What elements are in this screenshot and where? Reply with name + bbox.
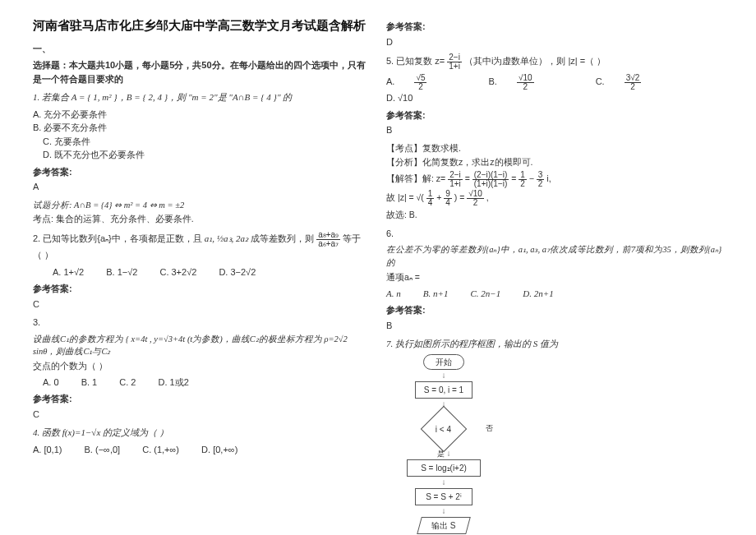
q1-stem: 1. 若集合 A = { 1, m² }，B = { 2, 4 }，则 "m =… (33, 90, 370, 104)
q4-options: A. [0,1) B. (−∞,0] C. (1,+∞) D. [0,+∞) (33, 443, 370, 457)
q5-jd: 【解答】解: z= 2−i1+i = (2−i)(1−i)(1+i)(1−i) … (386, 171, 723, 188)
arrow-icon: ↓ (386, 372, 501, 379)
q3-opt-a: A. 0 (43, 376, 59, 390)
q4-stem: 4. 函数 f(x)=1−√x 的定义域为（ ） (33, 426, 370, 440)
flow-no-label: 否 (486, 423, 493, 435)
arrow-icon: ↓ (386, 479, 501, 486)
q1-explain1: 试题分析: A∩B = {4} ⇔ m² = 4 ⇔ m = ±2 (33, 199, 370, 212)
q3-opt-b: B. 1 (81, 376, 98, 390)
q4-opt-d: D. [0,+∞) (201, 443, 237, 457)
q5-kp: 【考点】复数求模. (386, 142, 723, 155)
q2-opt-a: A. 1+√2 (53, 265, 84, 279)
q2-answer: C (33, 297, 370, 311)
q1-options: A. 充分不必要条件 B. 必要不充分条件 C. 充要条件 D. 既不充分也不必… (33, 108, 370, 162)
q7-flowchart: 开始 ↓ S = 0, i = 1 ↓ i < 4 否 是 ↓ S = log₂… (386, 354, 501, 536)
q2-opt-b: B. 1−√2 (106, 265, 137, 279)
q5-jd2: 故 |z| = √( 14 + 94 ) = √102 , (386, 190, 723, 207)
q1-opt-b: B. 必要不充分条件 (33, 121, 370, 135)
flow-update: S = log₂(i+2) (407, 459, 481, 477)
q1-answer-label: 参考答案: (33, 165, 370, 179)
left-column: 河南省驻马店市化庄乡邹大庙中学高三数学文月考试题含解析 一、 选择题：本大题共1… (25, 16, 378, 519)
q6-num: 6. (386, 227, 723, 241)
q2-opt-d: D. 3−2√2 (219, 265, 256, 279)
q5-opt-c: C. 3√22 (596, 74, 681, 91)
q4-opt-b: B. (−∞,0] (85, 443, 121, 457)
q1-opt-d: D. 既不充分也不必要条件 (43, 148, 370, 162)
q5-conclusion: 故选: B. (386, 209, 723, 222)
right-column: 参考答案: D 5. 已知复数 z= 2−i1+i （其中i为虚数单位），则 |… (378, 16, 731, 519)
q5-opt-d: D. √10 (386, 91, 413, 105)
flow-init: S = 0, i = 1 (415, 381, 472, 399)
q2-options: A. 1+√2 B. 1−√2 C. 3+2√2 D. 3−2√2 (53, 265, 370, 279)
flow-increment: S = S + 2ⁱ (415, 488, 472, 505)
q6-options: A. n B. n+1 C. 2n−1 D. 2n+1 (386, 287, 723, 301)
q6-opt-d: D. 2n+1 (523, 287, 553, 301)
q5-fraction: 2−i1+i (447, 53, 462, 71)
q5-options: A. √52 B. √102 C. 3√22 D. √10 (386, 74, 723, 105)
q5-stem: 5. 已知复数 z= 2−i1+i （其中i为虚数单位），则 |z| =（ ） (386, 53, 723, 71)
q5-opt-b: B. √102 (489, 74, 574, 91)
q6-answer-label: 参考答案: (386, 303, 723, 317)
q1-explain2: 考点: 集合的运算、充分条件、必要条件. (33, 213, 370, 226)
q3-stem: 设曲线C₁的参数方程为 { x=4t , y=√3+4t (t为参数)，曲线C₂… (33, 333, 370, 359)
q2-opt-c: C. 3+2√2 (159, 265, 196, 279)
q3-opt-c: C. 2 (119, 376, 136, 390)
q6-answer: B (386, 319, 723, 333)
q4-opt-a: A. [0,1) (33, 443, 62, 457)
q3-opt-d: D. 1或2 (159, 376, 189, 390)
q4-opt-c: C. (1,+∞) (142, 443, 179, 457)
q3-num: 3. (33, 316, 370, 330)
q2-answer-label: 参考答案: (33, 282, 370, 296)
q4-answer: D (386, 35, 723, 49)
q3-answer-label: 参考答案: (33, 392, 370, 406)
q1-answer: A (33, 180, 370, 194)
q3-stem2: 交点的个数为（ ） (33, 360, 370, 373)
q2-fraction: a₈+a₉a₆+a₇ (316, 231, 340, 248)
doc-title: 河南省驻马店市化庄乡邹大庙中学高三数学文月考试题含解析 (33, 16, 370, 35)
flow-output: 输出 S (417, 517, 471, 534)
q4-answer-label: 参考答案: (386, 20, 723, 34)
q7-stem: 7. 执行如图所示的程序框图，输出的 S 值为 (386, 337, 723, 351)
q1-opt-c: C. 充要条件 (43, 135, 370, 149)
q6-stem: 在公差不为零的等差数列{aₙ}中，a₁, a₃, a₇依次成等比数列，前7项和为… (386, 243, 723, 270)
q6-opt-b: B. n+1 (423, 287, 449, 301)
q5-answer: B (386, 123, 723, 137)
q5-fx: 【分析】化简复数z，求出z的模即可. (386, 156, 723, 169)
q6-opt-c: C. 2n−1 (471, 287, 501, 301)
q3-options: A. 0 B. 1 C. 2 D. 1或2 (43, 376, 370, 390)
flow-start: 开始 (423, 354, 464, 370)
q1-opt-a: A. 充分不必要条件 (33, 108, 370, 122)
arrow-icon: ↓ (386, 508, 501, 514)
q5-opt-a: A. √52 (386, 74, 466, 91)
q3-answer: C (33, 408, 370, 422)
flow-condition: i < 4 (421, 405, 468, 452)
q6-stem2: 通项aₙ = (386, 271, 723, 284)
q2-stem: 2. 已知等比数列{aₙ}中，各项都是正数，且 a₁, ½a₃, 2a₂ 成等差… (33, 231, 370, 262)
q6-opt-a: A. n (386, 287, 401, 301)
q5-answer-label: 参考答案: (386, 108, 723, 122)
section-instructions: 选择题：本大题共10小题，每小题5分，共50分。在每小题给出的四个选项中，只有是… (33, 58, 370, 85)
section-number: 一、 (33, 42, 370, 56)
